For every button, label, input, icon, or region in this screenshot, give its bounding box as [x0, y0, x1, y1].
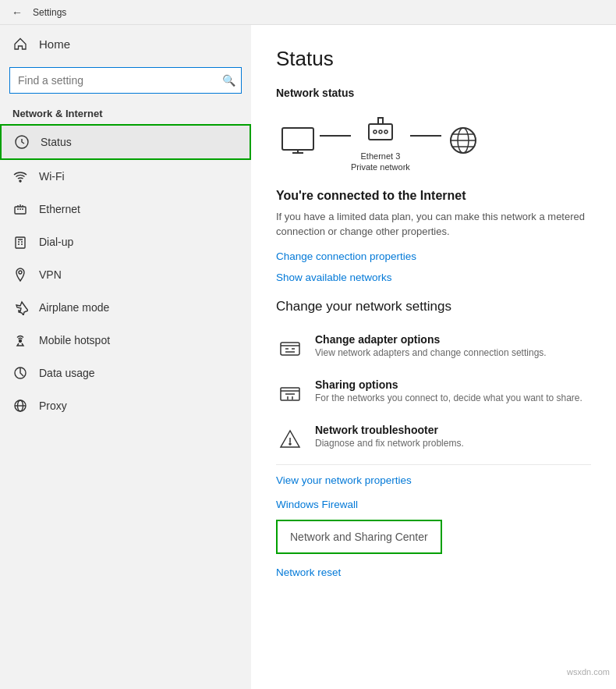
net-line-1 — [320, 135, 351, 137]
router-svg — [361, 115, 400, 146]
titlebar: ← Settings — [0, 0, 616, 25]
monitor-icon-group — [276, 124, 320, 162]
globe-icon-group — [441, 124, 485, 162]
sidebar-item-label-datausage: Data usage — [39, 367, 95, 379]
globe-svg — [443, 125, 483, 158]
vpn-icon — [12, 267, 28, 282]
sidebar-item-vpn[interactable]: VPN — [0, 258, 251, 291]
svg-point-1 — [19, 180, 21, 182]
sidebar-home[interactable]: Home — [0, 25, 251, 62]
sharing-icon — [276, 380, 304, 408]
search-box[interactable]: 🔍 — [9, 67, 242, 94]
sidebar-item-label-vpn: VPN — [39, 268, 62, 281]
sidebar-item-proxy[interactable]: Proxy — [0, 389, 251, 422]
home-label: Home — [39, 37, 70, 51]
sidebar-item-label-proxy: Proxy — [39, 400, 67, 412]
sharing-options-text: Sharing options For the networks you con… — [315, 378, 582, 403]
sharing-options-desc: For the networks you connect to, decide … — [315, 392, 582, 403]
sidebar-item-label-wifi: Wi-Fi — [39, 170, 65, 183]
windows-firewall-link[interactable]: Windows Firewall — [276, 492, 591, 517]
titlebar-title: Settings — [33, 7, 66, 18]
connected-desc: If you have a limited data plan, you can… — [276, 209, 588, 240]
svg-rect-10 — [369, 124, 392, 140]
adapter-icon — [276, 335, 304, 363]
svg-rect-2 — [15, 207, 26, 214]
router-label: Ethernet 3 Private network — [351, 151, 410, 173]
sidebar-item-label-airplane: Airplane mode — [39, 301, 109, 314]
adapter-options-title[interactable]: Change adapter options — [315, 333, 547, 346]
adapter-options-item: Change adapter options View network adap… — [276, 325, 591, 371]
search-icon: 🔍 — [222, 74, 235, 87]
network-properties-link[interactable]: View your network properties — [276, 468, 591, 492]
proxy-icon — [12, 398, 28, 414]
airplane-icon — [12, 300, 28, 315]
troubleshooter-title[interactable]: Network troubleshooter — [315, 424, 464, 436]
home-icon — [12, 36, 28, 51]
sharing-options-item: Sharing options For the networks you con… — [276, 371, 591, 416]
ethernet-label: Ethernet 3 — [351, 151, 410, 162]
sidebar: Home 🔍 Network & Internet Status — [0, 25, 251, 689]
sidebar-item-ethernet[interactable]: Ethernet — [0, 193, 251, 226]
show-networks-link[interactable]: Show available networks — [276, 272, 591, 283]
search-input[interactable] — [9, 67, 242, 94]
ethernet-icon — [12, 201, 28, 217]
connected-text: You're connected to the Internet — [276, 189, 591, 203]
svg-point-12 — [373, 130, 377, 133]
network-sharing-box: Network and Sharing Center — [276, 520, 442, 554]
hotspot-icon — [12, 332, 28, 348]
adapter-options-text: Change adapter options View network adap… — [315, 333, 547, 358]
divider — [276, 464, 591, 465]
svg-rect-11 — [378, 118, 383, 124]
content-area: Status Network status — [251, 25, 616, 689]
status-icon — [14, 134, 30, 150]
wifi-icon — [12, 169, 28, 184]
datausage-icon — [12, 365, 28, 381]
sidebar-item-status[interactable]: Status — [0, 124, 251, 160]
sidebar-section-title: Network & Internet — [0, 101, 251, 124]
sidebar-item-label-status: Status — [41, 136, 72, 148]
page-title: Status — [276, 47, 591, 71]
troubleshooter-text: Network troubleshooter Diagnose and fix … — [315, 424, 464, 449]
monitor-svg — [278, 126, 317, 157]
troubleshoot-icon — [276, 425, 304, 453]
svg-point-5 — [19, 340, 22, 343]
sidebar-item-datausage[interactable]: Data usage — [0, 357, 251, 389]
network-status-title: Network status — [276, 87, 591, 99]
svg-point-13 — [379, 130, 382, 133]
sidebar-item-dialup[interactable]: Dial-up — [0, 226, 251, 258]
svg-point-14 — [384, 130, 388, 133]
network-sharing-center-link[interactable]: Network and Sharing Center — [290, 531, 428, 543]
sharing-options-title[interactable]: Sharing options — [315, 378, 582, 391]
back-button[interactable]: ← — [9, 5, 25, 20]
change-settings-title: Change your network settings — [276, 299, 591, 314]
sidebar-item-wifi[interactable]: Wi-Fi — [0, 160, 251, 193]
net-line-2 — [410, 135, 441, 137]
router-icon-group: Ethernet 3 Private network — [351, 113, 410, 173]
svg-point-19 — [289, 443, 291, 445]
svg-rect-3 — [16, 237, 25, 248]
sidebar-item-label-ethernet: Ethernet — [39, 203, 80, 215]
adapter-options-desc: View network adapters and change connect… — [315, 347, 547, 358]
private-label: Private network — [351, 162, 410, 172]
sidebar-item-airplane[interactable]: Airplane mode — [0, 291, 251, 324]
troubleshooter-desc: Diagnose and fix network problems. — [315, 438, 464, 449]
app-container: Home 🔍 Network & Internet Status — [0, 25, 616, 689]
svg-rect-17 — [281, 343, 299, 355]
watermark: wsxdn.com — [567, 667, 610, 677]
troubleshooter-item: Network troubleshooter Diagnose and fix … — [276, 416, 591, 461]
dialup-icon — [12, 234, 28, 250]
sidebar-item-label-dialup: Dial-up — [39, 236, 73, 248]
sidebar-item-label-hotspot: Mobile hotspot — [39, 334, 110, 346]
network-diagram: Ethernet 3 Private network — [276, 113, 591, 173]
sidebar-item-hotspot[interactable]: Mobile hotspot — [0, 324, 251, 357]
change-connection-link[interactable]: Change connection properties — [276, 250, 591, 262]
svg-rect-9 — [282, 128, 313, 150]
svg-point-4 — [19, 271, 22, 274]
network-reset-link[interactable]: Network reset — [276, 560, 591, 584]
